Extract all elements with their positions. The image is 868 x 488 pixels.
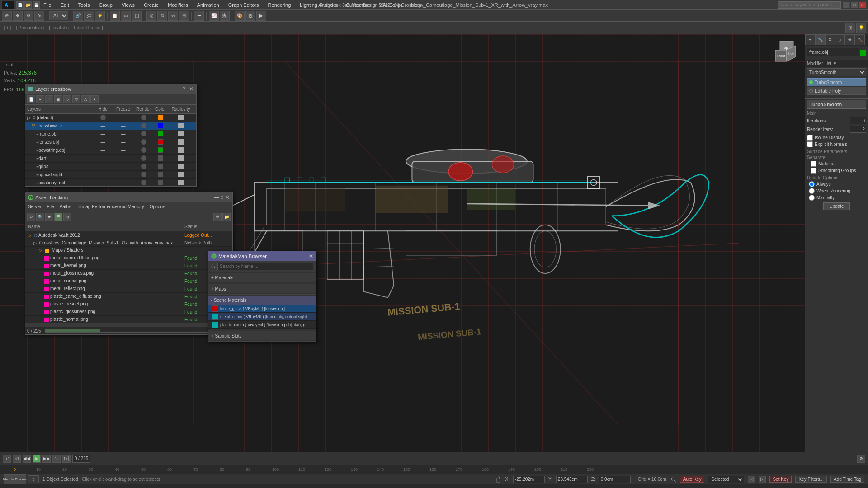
frame-counter[interactable] [72, 455, 90, 463]
move-tool-btn[interactable]: ✤ [13, 11, 23, 21]
manually-radio[interactable] [809, 195, 815, 201]
matbrowser-maps-header[interactable]: + Maps [208, 284, 316, 293]
layer-select-btn[interactable]: ▣ [54, 95, 62, 103]
set-key-btn[interactable]: Set Key [769, 476, 792, 483]
asset-minimize-btn[interactable]: — [214, 195, 219, 200]
layer-row[interactable]: ▪grips — — [25, 163, 196, 171]
smoothing-groups-checkbox[interactable] [811, 168, 816, 174]
scale-tool-btn[interactable]: ⇲ [34, 11, 44, 21]
select-pivot-btn[interactable]: ◎ [146, 11, 156, 21]
maximize-btn[interactable]: □ [851, 2, 858, 8]
asset-row[interactable]: ▷ Crossbow_Camouflage_Mission_Sub-1_XR_w… [25, 239, 232, 247]
tab-display[interactable]: 👁 [845, 34, 855, 45]
time-config-btn[interactable]: ⚙ [857, 455, 865, 463]
render-btn[interactable]: ▶ [256, 11, 266, 21]
timeline-prev-key-btn[interactable]: ◁ [13, 455, 21, 463]
layer-collapse-btn[interactable]: ▽ [72, 95, 80, 103]
explicit-normals-checkbox[interactable] [807, 141, 813, 147]
render-iters-input[interactable] [850, 126, 866, 133]
timeline-next-key-btn[interactable]: ▷ [52, 455, 61, 463]
asset-icons-btn[interactable]: ⊞ [63, 213, 71, 221]
schematic-btn[interactable]: 🕸 [220, 11, 230, 21]
nav-cube[interactable]: Top Front Side [773, 39, 800, 66]
asset-panel-titlebar[interactable]: $ Asset Tracking — □ ✕ [25, 192, 232, 202]
hscroll-bar[interactable] [25, 323, 232, 327]
material-editor-btn[interactable]: 🎨 [235, 11, 245, 21]
asset-menu-server[interactable]: Server [28, 204, 41, 209]
timeline-prev-frame-btn[interactable]: |◁ [3, 455, 11, 463]
render-setup-btn[interactable]: 🖼 [245, 11, 255, 21]
asset-close-btn[interactable]: ✕ [225, 194, 230, 201]
menu-save-btn[interactable]: 💾 [33, 1, 40, 9]
asset-row[interactable]: metal_glossiness.png Found [25, 270, 232, 277]
asset-menu-paths[interactable]: Paths [60, 204, 71, 209]
layer-help-btn[interactable]: ? [183, 86, 185, 91]
selected-dropdown[interactable]: Selected [708, 476, 744, 483]
layer-highlight-btn[interactable]: ★ [90, 95, 99, 103]
tab-modify[interactable]: 🔧 [815, 34, 825, 45]
menu-rendering[interactable]: Rendering [266, 1, 293, 9]
menu-views[interactable]: Views [120, 1, 137, 9]
asset-row[interactable]: metal_camo_diffuse.png Found [25, 254, 232, 262]
transform-center-btn[interactable]: ⊚ [157, 11, 167, 21]
z-coord-input[interactable] [599, 476, 631, 483]
menu-group[interactable]: Group [97, 1, 114, 9]
timeline-track[interactable]: 0 10 20 30 40 50 60 70 80 90 100 110 120… [0, 465, 868, 474]
asset-row[interactable]: metal_normal.png Found [25, 277, 232, 285]
asset-row[interactable]: ▷ ⬡ Autodesk Vault 2012 Logged Out... [25, 231, 232, 239]
matbrowser-materials-header[interactable]: + Materials [208, 273, 316, 282]
asset-row[interactable]: plastic_glossiness.png Found [25, 308, 232, 316]
layer-expand-btn[interactable]: ▷ [63, 95, 71, 103]
menu-graph-editors[interactable]: Graph Editors [226, 1, 261, 9]
modifier-item-editpoly[interactable]: Editable Poly [807, 87, 866, 95]
asset-maximize-btn[interactable]: □ [221, 195, 223, 200]
when-rendering-radio[interactable] [809, 188, 815, 194]
asset-row[interactable]: plastic_camo_diffuse.png Found [25, 293, 232, 300]
mirror-btn[interactable]: ⇔ [168, 11, 178, 21]
tab-create[interactable]: ✦ [805, 34, 815, 45]
tab-hierarchy[interactable]: ⚙ [825, 34, 835, 45]
mat-item-plastic[interactable]: plastic_camo ( VRayMtl ) [bowstring.obj,… [208, 321, 316, 329]
viewport-layout-btn[interactable]: ⊞ [845, 23, 855, 33]
viewport-shading-btn[interactable]: 💡 [856, 23, 866, 33]
layer-add-btn[interactable]: + [45, 95, 53, 103]
layer-row[interactable]: ▪dart — — [25, 155, 196, 163]
matbrowser-search-input[interactable] [217, 263, 313, 270]
curve-editor-btn[interactable]: 📈 [209, 11, 219, 21]
asset-row[interactable]: metal_reflect.png Found [25, 285, 232, 293]
modifier-item-turbosmooth[interactable]: TurboSmooth [807, 78, 866, 86]
layer-row[interactable]: ▪bowstring.obj — — [25, 146, 196, 155]
menu-modifiers[interactable]: Modifiers [166, 1, 190, 9]
menu-open-btn[interactable]: 📂 [24, 1, 32, 9]
asset-row[interactable]: ▷ Maps / Shaders [25, 247, 232, 254]
align-btn[interactable]: ⊞ [179, 11, 189, 21]
layer-close-btn[interactable]: ✕ [189, 86, 193, 92]
select-tool-btn[interactable]: ⊕ [2, 11, 12, 21]
asset-settings-btn[interactable]: ⚙ [213, 213, 222, 221]
link-btn[interactable]: 🔗 [73, 11, 83, 21]
layer-row[interactable]: ▪frame.obj — — [25, 130, 196, 138]
layer-manager-btn[interactable]: ☰ [194, 11, 204, 21]
search-input[interactable] [778, 1, 841, 9]
asset-row[interactable]: metal_fresnel.png Found [25, 262, 232, 270]
layer-row[interactable]: ▪lenses.obj — — [25, 138, 196, 146]
tab-motion[interactable]: ▷ [835, 34, 845, 45]
matbrowser-scene-header[interactable]: - Scene Materials [208, 296, 316, 305]
asset-menu-file[interactable]: File [47, 204, 54, 209]
menu-file[interactable]: File [42, 1, 53, 9]
mat-item-lense[interactable]: lense_glass ( VRayMtl ) [lenses.obj] [208, 305, 316, 313]
timeline-play-btn[interactable]: ▶ [33, 455, 41, 463]
window-crossing-btn[interactable]: ◫ [132, 11, 142, 21]
menu-new-btn[interactable]: 📄 [16, 1, 24, 9]
object-name-input[interactable] [807, 48, 859, 56]
asset-row[interactable]: plastic_normal.png Found [25, 316, 232, 322]
rotate-tool-btn[interactable]: ↺ [24, 11, 33, 21]
timeline-next-frame-btn[interactable]: ▷| [62, 455, 71, 463]
x-coord-input[interactable] [513, 476, 545, 483]
asset-menu-bitmap[interactable]: Bitmap Performance and Memory [76, 204, 144, 209]
layer-row[interactable]: ▷ 0 (default) — [25, 114, 196, 122]
materials-checkbox[interactable] [811, 161, 816, 167]
iterations-input[interactable] [850, 117, 866, 124]
mat-item-metal[interactable]: metal_camo ( VRayMtl ) [frame.obj, optic… [208, 313, 316, 321]
layer-row[interactable]: ▪picatinny_rail — — [25, 179, 196, 186]
